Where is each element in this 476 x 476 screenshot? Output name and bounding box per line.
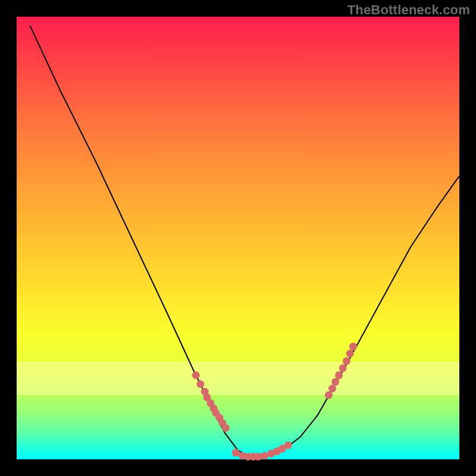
watermark-text: TheBottleneck.com: [347, 2, 470, 18]
marker-dot: [261, 452, 268, 460]
marker-dot: [335, 371, 343, 379]
marker-dot: [349, 343, 357, 350]
marker-dot: [196, 380, 204, 388]
bottleneck-curve: [30, 26, 459, 457]
marker-dot: [328, 385, 336, 393]
chart-frame: [17, 17, 459, 459]
marker-group-right: [325, 343, 357, 399]
marker-group-center: [232, 441, 292, 461]
chart-svg: [17, 17, 459, 459]
marker-dot: [325, 392, 333, 399]
marker-dot: [343, 357, 350, 365]
marker-dot: [339, 364, 347, 372]
marker-dot: [232, 449, 240, 456]
marker-dot: [222, 424, 230, 432]
marker-dot: [284, 441, 292, 449]
marker-group-left: [192, 371, 230, 432]
marker-dot: [192, 371, 200, 379]
marker-dot: [346, 350, 354, 358]
marker-dot: [331, 378, 339, 386]
